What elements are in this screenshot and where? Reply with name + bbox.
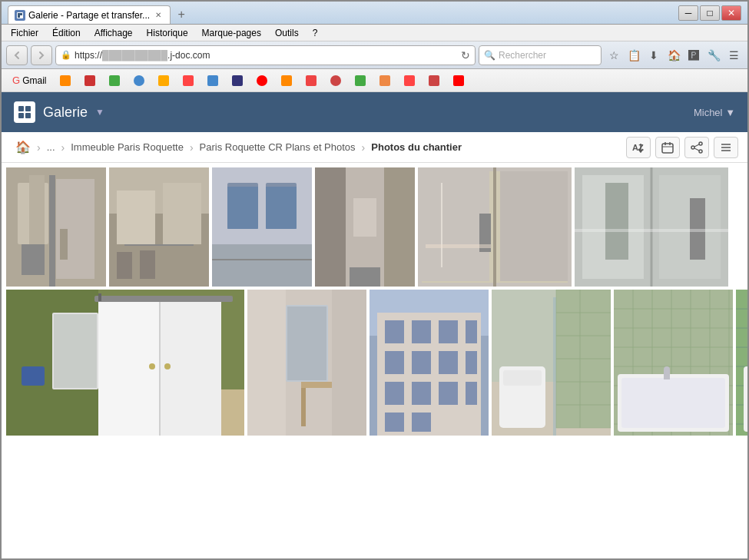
bookmark-11[interactable] [277, 74, 297, 88]
svg-rect-1 [18, 13, 20, 15]
svg-rect-80 [98, 293, 101, 301]
svg-rect-37 [212, 167, 312, 244]
bookmark-9[interactable] [227, 74, 247, 88]
photo-12[interactable] [736, 290, 747, 436]
new-tab-button[interactable]: + [172, 5, 191, 24]
minimize-button[interactable]: ─ [678, 5, 698, 21]
bookmark-16[interactable] [399, 74, 419, 88]
list-view-button[interactable] [714, 137, 738, 158]
bookmark-gmail[interactable]: G Gmail [8, 73, 51, 88]
svg-rect-40 [227, 187, 258, 229]
bookmark-icon-14 [355, 75, 366, 86]
close-button[interactable]: ✕ [721, 5, 741, 21]
svg-rect-64 [605, 183, 628, 260]
svg-rect-33 [124, 244, 194, 246]
menu-outils[interactable]: Outils [269, 26, 305, 40]
bookmark-icon-8 [207, 75, 218, 86]
bookmark-13[interactable] [326, 74, 346, 88]
breadcrumb-immeuble[interactable]: Immeuble Paris Roquette [66, 138, 188, 156]
svg-rect-31 [117, 191, 155, 244]
menu-affichage[interactable]: Affichage [88, 26, 139, 40]
photo-8[interactable] [247, 290, 366, 436]
bookmark-5[interactable] [129, 74, 149, 88]
title-bar: Galerie - Partage et transfer... ✕ + ─ □… [2, 2, 747, 25]
sort-az-button[interactable]: AZ [626, 137, 651, 158]
calendar-view-button[interactable] [655, 137, 680, 158]
photo-5[interactable] [418, 167, 572, 287]
svg-rect-54 [422, 171, 489, 281]
address-bar[interactable]: 🔒 https://██████████.j-doc.com ↻ [55, 45, 476, 65]
bookmark-gmail-label: Gmail [22, 75, 46, 86]
menu-help[interactable]: ? [307, 26, 324, 40]
tab-favicon [15, 10, 25, 21]
breadcrumb-ellipsis[interactable]: ... [42, 138, 60, 156]
user-menu[interactable]: Michel ▼ [694, 107, 735, 118]
menu-historique[interactable]: Historique [141, 26, 194, 40]
bookmark-12[interactable] [301, 74, 321, 88]
bookmark-14[interactable] [350, 74, 370, 88]
tab-close-button[interactable]: ✕ [153, 10, 164, 21]
extensions-button[interactable]: 🔧 [704, 46, 723, 65]
bookmark-8[interactable] [203, 74, 223, 88]
photo-3[interactable] [212, 167, 312, 287]
bookmark-3[interactable] [80, 74, 100, 88]
menu-fichier[interactable]: Fichier [5, 26, 45, 40]
photo-11[interactable] [614, 290, 733, 436]
active-tab[interactable]: Galerie - Partage et transfer... ✕ [8, 5, 171, 24]
photo-7[interactable] [6, 290, 244, 436]
svg-rect-111 [553, 297, 556, 436]
window-controls: ─ □ ✕ [678, 5, 741, 21]
bookmark-15[interactable] [375, 74, 395, 88]
bookmark-7[interactable] [178, 74, 198, 88]
home-button[interactable]: 🏠 [664, 46, 683, 65]
bookmark-6[interactable] [154, 74, 174, 88]
photo-1[interactable] [6, 167, 106, 287]
search-bar[interactable]: 🔍 Rechercher [479, 45, 602, 65]
menu-marque-pages[interactable]: Marque-pages [196, 26, 267, 40]
refresh-button[interactable]: ↻ [461, 49, 470, 61]
menu-bar: Fichier Édition Affichage Historique Mar… [2, 25, 747, 41]
svg-rect-48 [353, 198, 376, 237]
svg-rect-97 [439, 320, 458, 343]
download-button[interactable]: ⬇ [645, 46, 663, 65]
bookmark-10[interactable] [252, 74, 272, 88]
back-button[interactable] [6, 45, 28, 65]
breadcrumb-home[interactable]: 🏠 [11, 137, 35, 157]
photo-6[interactable] [575, 167, 728, 287]
username-label: Michel [694, 107, 723, 118]
bookmark-4[interactable] [104, 74, 124, 88]
search-icon: 🔍 [484, 50, 495, 61]
svg-rect-100 [412, 351, 431, 374]
photo-9[interactable] [370, 290, 489, 436]
forward-button[interactable] [31, 45, 52, 65]
svg-rect-103 [385, 382, 404, 405]
maximize-button[interactable]: □ [700, 5, 720, 21]
share-button[interactable] [684, 137, 709, 158]
svg-rect-104 [412, 382, 431, 405]
app-title-dropdown[interactable]: ▼ [95, 107, 104, 118]
svg-rect-46 [315, 167, 346, 287]
svg-point-140 [664, 366, 670, 373]
bookmark-icon-4 [109, 75, 120, 86]
svg-rect-58 [426, 244, 491, 248]
svg-rect-7 [25, 113, 31, 118]
menu-button[interactable]: ☰ [724, 46, 743, 65]
bookmark-icon-18 [453, 75, 464, 86]
reading-list-button[interactable]: 📋 [625, 46, 643, 65]
photo-10[interactable] [492, 290, 611, 436]
svg-rect-90 [332, 290, 366, 436]
bookmark-2[interactable] [55, 74, 75, 88]
svg-rect-156 [744, 366, 747, 432]
svg-line-18 [694, 148, 699, 151]
pocket-button[interactable]: 🅿 [684, 46, 703, 65]
breadcrumb-paris-cr[interactable]: Paris Roquette CR Plans et Photos [195, 138, 360, 156]
bookmark-star-button[interactable]: ☆ [605, 46, 623, 65]
bookmark-17[interactable] [424, 74, 444, 88]
photo-2[interactable] [109, 167, 209, 287]
svg-rect-34 [117, 252, 132, 279]
menu-edition[interactable]: Édition [46, 26, 87, 40]
svg-marker-28 [29, 175, 45, 244]
bookmark-18[interactable] [449, 74, 469, 88]
breadcrumb-current-label: Photos du chantier [371, 141, 462, 153]
photo-4[interactable] [315, 167, 415, 287]
